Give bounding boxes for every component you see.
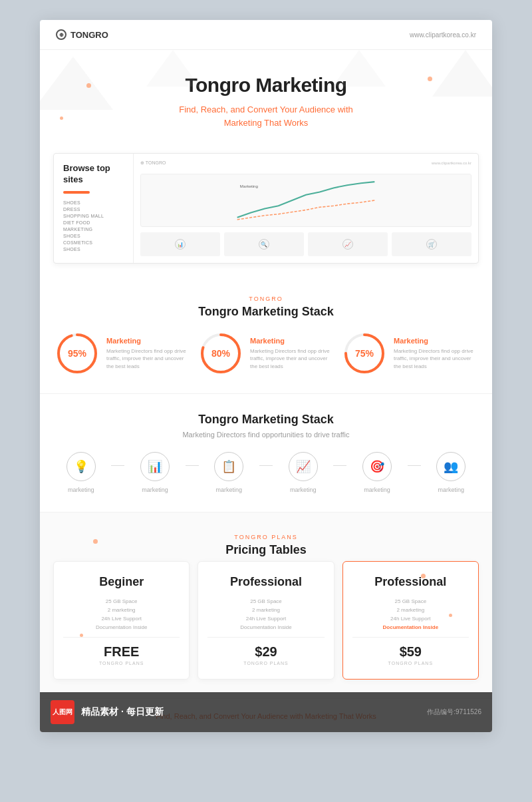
stat-title-95: Marketing (106, 337, 189, 345)
pricing-section: TONGRO PLANS Pricing Tables Beginer 25 G… (40, 512, 492, 698)
pricing-feature: Documentation Inside (63, 624, 180, 630)
header-url: www.clipartkorea.co.kr (410, 31, 476, 39)
circle-stat-95: 95% (56, 332, 98, 375)
icon-label-clipboard: marketing (216, 487, 243, 493)
preview-small-card: 🛒 (392, 232, 471, 256)
icon-clipboard: 📋 (214, 452, 243, 481)
logo: ⊕ TONGRO (56, 29, 108, 40)
preview-header-bar: ⊕ TONGRO www.clipartkorea.co.kr (140, 160, 471, 166)
hero-title: Tongro Marketing (56, 74, 476, 97)
deco-dot (80, 634, 83, 637)
preview-sidebar-item: SHOES (63, 200, 124, 205)
marketing-stack-title: Tongro Marketing Stack (56, 305, 476, 319)
pricing-card-title-pro29: Professional (207, 575, 324, 589)
preview-orange-bar (63, 191, 90, 194)
pricing-card-title-beginer: Beginer (63, 575, 180, 589)
pricing-divider (352, 637, 469, 638)
pricing-feature: 25 GB Space (63, 598, 180, 604)
icon-connector (111, 465, 124, 466)
pricing-feature: 2 marketing (207, 607, 324, 613)
stat-title-75: Marketing (394, 337, 476, 345)
pricing-feature-highlight: Documentation Inside (352, 624, 469, 630)
pricing-price-pro59: $59 (352, 644, 469, 660)
preview-icon: 📈 (342, 239, 353, 250)
pricing-feature: 24h Live Support (63, 616, 180, 622)
pricing-price-beginer: FREE (63, 644, 180, 660)
mini-chart-svg: Marketing (146, 180, 466, 221)
watermark: 人图网 精品素材 · 每日更新 作品编号:9711526 (40, 692, 492, 732)
stat-value-80: 80% (211, 348, 230, 359)
stat-info-75: Marketing Marketing Directors find opp d… (394, 337, 476, 370)
icon-item-chart: 📊 marketing (130, 452, 180, 493)
circle-stat-75: 75% (343, 332, 386, 375)
stat-item-95: 95% Marketing Marketing Directors find o… (56, 332, 189, 375)
preview-icon: 📊 (175, 239, 186, 250)
icon-label-target: marketing (364, 487, 390, 493)
preview-sidebar: Browse top sites SHOES DRESS SHOPPING MA… (54, 154, 134, 263)
marketing-stack-label: TONGRO (56, 296, 476, 302)
watermark-left: 人图网 精品素材 · 每日更新 (51, 700, 164, 724)
stack2-title: Tongro Marketing Stack (56, 413, 476, 427)
icon-item-trending: 📈 marketing (278, 452, 328, 493)
pricing-card-pro59: Professional 25 GB Space 2 marketing 24h… (342, 561, 479, 680)
icon-label-chart: marketing (142, 487, 168, 493)
hero-subtitle: Find, Reach, and Convert Your Audience w… (166, 103, 366, 129)
preview-sidebar-title: Browse top sites (63, 163, 124, 186)
pricing-feature: 24h Live Support (207, 616, 324, 622)
icon-label-people: marketing (438, 487, 465, 493)
svg-text:Marketing: Marketing (240, 184, 259, 188)
circle-stat-80: 80% (200, 332, 242, 375)
preview-icon: 🔍 (259, 239, 269, 250)
preview-small-card: 📈 (308, 232, 388, 256)
icon-connector (186, 465, 199, 466)
page-wrapper: ⊕ TONGRO www.clipartkorea.co.kr Tongro M… (40, 20, 492, 732)
pricing-feature: 25 GB Space (352, 598, 469, 604)
icon-people: 👥 (436, 452, 466, 481)
preview-sidebar-item: DRESS (63, 207, 124, 212)
pricing-period-pro29: TONGRO PLANS (207, 661, 324, 666)
deco-dot (60, 116, 63, 120)
stat-desc-75: Marketing Directors find opp drive traff… (394, 347, 476, 370)
deco-dot (93, 539, 98, 544)
stat-value-95: 95% (68, 348, 86, 359)
stat-item-75: 75% Marketing Marketing Directors find o… (343, 332, 476, 375)
preview-sidebar-item: SHOPPING MALL (63, 214, 124, 218)
stat-desc-95: Marketing Directors find opp drive traff… (106, 347, 189, 370)
preview-main: ⊕ TONGRO www.clipartkorea.co.kr Marketin… (134, 154, 478, 263)
icon-item-target: 🎯 marketing (352, 452, 402, 493)
watermark-id: 作品编号:9711526 (427, 707, 481, 717)
pricing-label: TONGRO PLANS (53, 534, 479, 540)
stats-section: TONGRO Tongro Marketing Stack 95% Market… (40, 280, 492, 394)
icon-connector (259, 465, 273, 466)
preview-small-card: 🔍 (224, 232, 304, 256)
header: ⊕ TONGRO www.clipartkorea.co.kr (40, 20, 492, 50)
hero-section: Tongro Marketing Find, Reach, and Conver… (40, 50, 492, 142)
preview-bottom-row: 📊 🔍 📈 🛒 (140, 232, 471, 256)
stack2-subtitle: Marketing Directors find opportunities t… (56, 431, 476, 439)
preview-section: Browse top sites SHOES DRESS SHOPPING MA… (40, 142, 492, 280)
pricing-period-pro59: TONGRO PLANS (352, 661, 469, 666)
icons-row: 💡 marketing 📊 marketing 📋 marketing 📈 ma… (56, 452, 476, 493)
icon-label-bulb: marketing (68, 487, 94, 493)
preview-box: Browse top sites SHOES DRESS SHOPPING MA… (53, 153, 479, 264)
pricing-card-title-pro59: Professional (352, 575, 469, 589)
preview-url-small: www.clipartkorea.co.kr (432, 161, 471, 165)
preview-sidebar-item: COSMETICS (63, 240, 124, 245)
logo-icon: ⊕ (56, 29, 66, 40)
icon-item-bulb: 💡 marketing (56, 452, 106, 493)
pricing-feature: 2 marketing (352, 607, 469, 613)
icon-connector (408, 465, 421, 466)
deco-dot (449, 614, 452, 617)
pricing-feature: 25 GB Space (207, 598, 324, 604)
icon-item-clipboard: 📋 marketing (204, 452, 254, 493)
stat-desc-80: Marketing Directors find opp drive traff… (250, 347, 332, 370)
stat-title-80: Marketing (250, 337, 332, 345)
preview-sidebar-item: SHOES (63, 247, 124, 252)
pricing-feature: 2 marketing (63, 607, 180, 613)
preview-sidebar-item: MARKETING (63, 227, 124, 232)
icon-label-trending: marketing (290, 487, 317, 493)
pricing-feature: Documentation Inside (207, 624, 324, 630)
pricing-divider (63, 637, 180, 638)
pricing-price-pro29: $29 (207, 644, 324, 660)
watermark-text: 精品素材 · 每日更新 (81, 706, 164, 718)
